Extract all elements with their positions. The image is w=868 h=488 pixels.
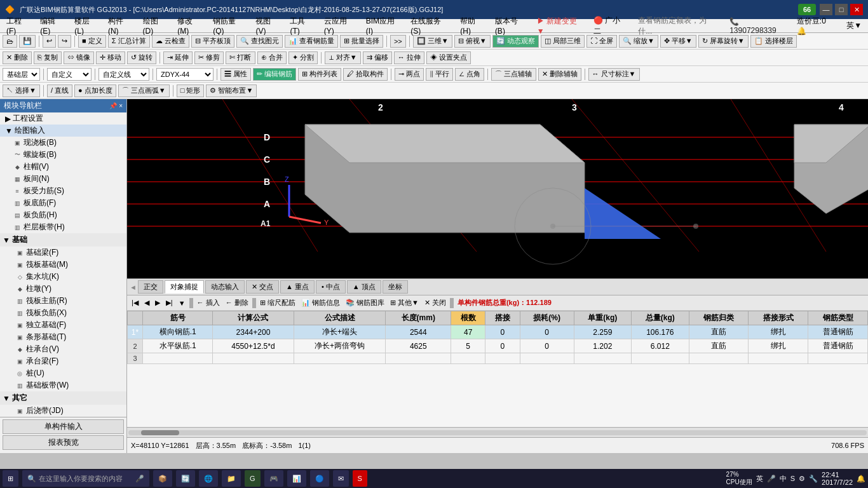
sidebar-item-raft-main[interactable]: ▥ 筏板主筋(R) bbox=[0, 295, 126, 307]
taskbar-app-7[interactable]: 📊 bbox=[287, 470, 306, 487]
sidebar-group-foundation[interactable]: ▼ 基础 bbox=[0, 233, 126, 247]
tb-stretch[interactable]: ↔ 拉伸 bbox=[394, 51, 424, 64]
sidebar-item-isolated-found[interactable]: ▣ 独立基础(F) bbox=[0, 319, 126, 331]
menu-edit[interactable]: 编辑(E) bbox=[36, 15, 69, 36]
taskbar-app-3[interactable]: 🌐 bbox=[199, 470, 218, 487]
tb-rect[interactable]: □ 矩形 bbox=[177, 85, 205, 97]
tb-cloud-check[interactable]: ☁ 云检查 bbox=[152, 35, 189, 48]
horizontal-scrollbar[interactable] bbox=[127, 427, 868, 437]
scrollbar-thumb[interactable] bbox=[141, 430, 179, 435]
taskbar-app-2[interactable]: 🔄 bbox=[176, 470, 195, 487]
tb-edit-rebar[interactable]: ✏ 编辑钢筋 bbox=[253, 68, 296, 81]
table-row[interactable]: 2 水平纵筋.1 4550+12.5*d 净长+两倍弯钩 4625 5 0 0 … bbox=[128, 339, 868, 353]
tb-redo[interactable]: ↪ bbox=[58, 35, 71, 48]
tb-sum[interactable]: Σ 汇总计算 bbox=[108, 35, 150, 48]
tb-scale-rebar[interactable]: ⊞ 缩尺配筋 bbox=[258, 298, 297, 308]
sidebar-item-found-beam[interactable]: ▣ 基础梁(F) bbox=[0, 247, 126, 259]
tb-delete[interactable]: ✕ 删除 bbox=[3, 51, 32, 64]
notification-icon[interactable]: 🔔 bbox=[857, 475, 865, 483]
nav-next[interactable]: ▶ bbox=[153, 299, 162, 307]
tb-grip[interactable]: ◈ 设置夹点 bbox=[426, 51, 471, 64]
sidebar-item-slab-band[interactable]: ▥ 栏层板带(H) bbox=[0, 221, 126, 233]
tb-rebar-info[interactable]: 📊 钢筋信息 bbox=[299, 298, 342, 308]
tb-screen-rotate[interactable]: ↻ 屏幕旋转▼ bbox=[698, 35, 749, 48]
tb-define[interactable]: ■ 定义 bbox=[78, 35, 106, 48]
taskbar-app-4[interactable]: 📁 bbox=[222, 470, 241, 487]
menu-component[interactable]: 构件(N) bbox=[104, 15, 138, 36]
sidebar-item-slab-bottom[interactable]: ▥ 板底筋(F) bbox=[0, 197, 126, 209]
tb-three-arc[interactable]: ⌒ 三点画弧▼ bbox=[118, 85, 170, 97]
tb-dim-label[interactable]: ↔ 尺寸标注▼ bbox=[588, 68, 640, 81]
tab-snap[interactable]: 对象捕捉 bbox=[165, 280, 204, 294]
sidebar-item-sump[interactable]: ◇ 集水坑(K) bbox=[0, 271, 126, 283]
tb-close-panel[interactable]: ✕ 关闭 bbox=[423, 298, 448, 308]
tb-insert[interactable]: ← 插入 bbox=[195, 298, 222, 308]
tb-more[interactable]: >> bbox=[390, 35, 406, 48]
sidebar-group-others[interactable]: ▼ 其它 bbox=[0, 391, 126, 405]
lang-switch[interactable]: 英▼ bbox=[843, 20, 865, 32]
tb-rotate[interactable]: ↺ 旋转 bbox=[127, 51, 156, 64]
sidebar-item-pile[interactable]: ◎ 桩(U) bbox=[0, 367, 126, 379]
taskbar-app-9[interactable]: ✉ bbox=[333, 470, 349, 487]
sidebar-item-strip-found[interactable]: ▣ 条形基础(T) bbox=[0, 331, 126, 343]
tb-component-list[interactable]: ⊞ 构件列表 bbox=[298, 68, 341, 81]
menu-file[interactable]: 工程(F) bbox=[3, 15, 35, 36]
tb-smart-layout[interactable]: ⚙ 智能布置▼ bbox=[206, 85, 257, 97]
taskbar-app-s[interactable]: S bbox=[353, 470, 367, 487]
tb-node-angle[interactable]: ∠ 点角 bbox=[455, 68, 484, 81]
menu-floor[interactable]: 楼层(L) bbox=[71, 15, 103, 36]
custom-line-select[interactable]: 自定义线 bbox=[98, 68, 149, 81]
sidebar-item-pile-cap-beam[interactable]: ▣ 承台梁(F) bbox=[0, 355, 126, 367]
search-bar[interactable]: 🔍 在这里输入你要搜索的内容 🎤 bbox=[22, 470, 149, 487]
nav-first[interactable]: |◀ bbox=[130, 299, 140, 307]
tb-save[interactable]: 💾 bbox=[19, 35, 36, 48]
tb-merge[interactable]: ⊕ 合并 bbox=[257, 51, 287, 64]
tb-trim[interactable]: ✂ 修剪 bbox=[194, 51, 224, 64]
tab-midpoint[interactable]: ▲ 重点 bbox=[280, 280, 315, 294]
menu-version[interactable]: 版本号(B) bbox=[491, 15, 532, 36]
custom-select[interactable]: 自定义 bbox=[47, 68, 92, 81]
rebar-search[interactable]: 查看钢筋定额表，为什... bbox=[634, 15, 724, 37]
menu-bim[interactable]: BIM应用(I) bbox=[362, 15, 406, 36]
sidebar-item-col-pier[interactable]: ◆ 柱墩(Y) bbox=[0, 283, 126, 295]
sidebar-pin[interactable]: 📌 × bbox=[109, 102, 123, 109]
viewport[interactable]: D C B A A1 2 3 4 Z Y bbox=[127, 99, 868, 278]
single-component-input-btn[interactable]: 单构件输入 bbox=[3, 419, 124, 434]
tb-property[interactable]: ☰ 属性 bbox=[220, 68, 251, 81]
tb-del-aux[interactable]: ✕ 删除辅轴 bbox=[538, 68, 581, 81]
sidebar-item-draw-input[interactable]: ▼ 绘图输入 bbox=[0, 125, 126, 137]
tab-vertex[interactable]: ▲ 顶点 bbox=[347, 280, 381, 294]
tb-mirror[interactable]: ⇔ 镜像 bbox=[64, 51, 94, 64]
table-row[interactable]: 1* 横向钢筋.1 2344+200 净长+端头 2544 47 0 0 2.2… bbox=[128, 325, 868, 339]
tb-add-length[interactable]: ● 点加长度 bbox=[74, 85, 116, 97]
tb-extend[interactable]: ⇥ 延伸 bbox=[163, 51, 193, 64]
tb-top-view[interactable]: ⊟ 俯视▼ bbox=[454, 35, 491, 48]
sidebar-item-raft-found[interactable]: ▣ 筏板基础(M) bbox=[0, 259, 126, 271]
menu-draw[interactable]: 绘图(D) bbox=[139, 15, 173, 36]
menu-view[interactable]: 视图(V) bbox=[252, 15, 285, 36]
tb-parallel[interactable]: ∥ 平行 bbox=[426, 68, 453, 81]
tab-coord[interactable]: 坐标 bbox=[383, 280, 408, 294]
tb-copy[interactable]: ⎘ 复制 bbox=[34, 51, 62, 64]
floor-select[interactable]: 基础层 bbox=[3, 68, 40, 81]
tb-zoom[interactable]: 🔍 缩放▼ bbox=[619, 35, 658, 48]
tab-intersection[interactable]: ✕ 交点 bbox=[246, 280, 279, 294]
sidebar-item-slab-gap[interactable]: ▦ 板间(N) bbox=[0, 173, 126, 185]
tb-two-point[interactable]: ⊸ 两点 bbox=[395, 68, 424, 81]
tb-local-3d[interactable]: ◫ 局部三维 bbox=[541, 35, 585, 48]
maximize-button[interactable]: □ bbox=[835, 4, 848, 15]
menu-online[interactable]: 在线服务(S) bbox=[407, 15, 455, 36]
tb-select[interactable]: ↖ 选择▼ bbox=[3, 85, 40, 97]
tab-center[interactable]: • 中点 bbox=[316, 280, 346, 294]
tb-find-element[interactable]: 🔍 查找图元 bbox=[236, 35, 283, 48]
taskbar-app-8[interactable]: 🔵 bbox=[310, 470, 329, 487]
tb-rebar-lib[interactable]: 📚 钢筋图库 bbox=[344, 298, 386, 308]
sidebar-item-col-cap[interactable]: ◆ 柱帽(V) bbox=[0, 161, 126, 173]
tb-align-slab[interactable]: ⊟ 平齐板顶 bbox=[191, 35, 234, 48]
tb-dynamic-obs[interactable]: 🔄 动态观察 bbox=[492, 35, 539, 48]
window-controls[interactable]: — □ ✕ bbox=[820, 4, 863, 15]
sidebar-item-raft-neg[interactable]: ▥ 筏板负筋(X) bbox=[0, 307, 126, 319]
start-button[interactable]: ⊞ bbox=[3, 470, 18, 487]
tab-dynamic-input[interactable]: 动态输入 bbox=[205, 280, 245, 294]
tb-other[interactable]: ⊞ 其他▼ bbox=[388, 298, 421, 308]
